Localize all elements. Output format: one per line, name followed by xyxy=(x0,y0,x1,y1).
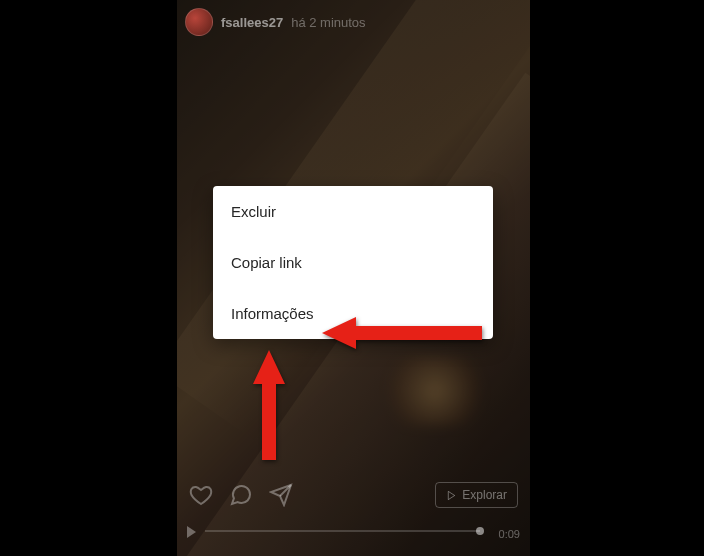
menu-item-copy-link[interactable]: Copiar link xyxy=(213,237,493,288)
share-icon[interactable] xyxy=(269,483,293,507)
play-icon xyxy=(446,490,457,501)
time-label: 0:09 xyxy=(499,528,520,540)
explore-button[interactable]: Explorar xyxy=(435,482,518,508)
username-label[interactable]: fsallees27 xyxy=(221,15,283,30)
menu-item-delete[interactable]: Excluir xyxy=(213,186,493,237)
progress-knob[interactable] xyxy=(476,527,484,535)
svg-marker-0 xyxy=(322,317,482,349)
phone-screen: fsallees27 há 2 minutos Excluir Copiar l… xyxy=(177,0,530,556)
svg-marker-2 xyxy=(449,491,455,499)
avatar[interactable] xyxy=(185,8,213,36)
play-button[interactable] xyxy=(187,526,196,538)
annotation-arrow-horizontal xyxy=(322,313,482,353)
explore-label: Explorar xyxy=(462,488,507,502)
heart-icon[interactable] xyxy=(189,483,213,507)
timestamp-label: há 2 minutos xyxy=(291,15,365,30)
comment-icon[interactable] xyxy=(229,483,253,507)
annotation-arrow-vertical xyxy=(249,350,289,460)
svg-marker-1 xyxy=(253,350,285,460)
story-header: fsallees27 há 2 minutos xyxy=(185,8,366,36)
action-bar: Explorar xyxy=(189,482,518,508)
progress-bar[interactable] xyxy=(205,530,480,532)
